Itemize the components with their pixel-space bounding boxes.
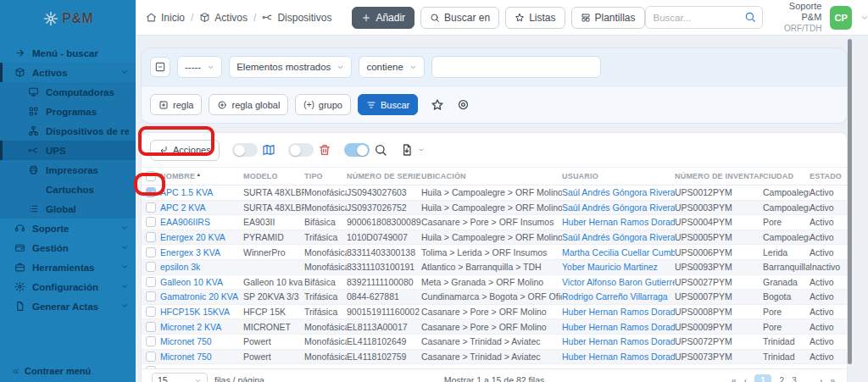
toggle-map[interactable]: [232, 143, 258, 157]
cell-user[interactable]: Huber Hernan Ramos Dorado: [562, 352, 675, 362]
page-dots[interactable]: «: [732, 375, 737, 382]
search-icon[interactable]: [744, 11, 756, 23]
listas-button[interactable]: Listas: [505, 7, 565, 29]
cell-name[interactable]: epsilon 3k: [160, 262, 243, 272]
row-checkbox[interactable]: [146, 247, 156, 257]
actions-button[interactable]: Acciones: [150, 140, 220, 161]
breadcrumb-item-inicio[interactable]: Inicio: [146, 12, 185, 24]
search-config-gear-icon[interactable]: [457, 98, 470, 111]
table-row[interactable]: Energex 3 KVAWinnerProMonofásica83311403…: [142, 245, 847, 260]
table-row[interactable]: Micronet 750PowertMonofásicaEL4118102649…: [142, 335, 847, 350]
criteria-select-3[interactable]: contiene: [359, 56, 424, 78]
page-3[interactable]: 3: [792, 375, 797, 382]
column-header-status[interactable]: ESTADO: [810, 172, 847, 180]
page-dots[interactable]: ›: [820, 375, 823, 382]
sidebar-item-impresoras[interactable]: Impresoras: [0, 160, 136, 180]
cell-user[interactable]: Yober Mauricio Martinez: [562, 262, 675, 272]
row-checkbox[interactable]: [146, 262, 156, 272]
cell-name[interactable]: Micronet 2 KVA: [160, 322, 243, 332]
criteria-value-input[interactable]: [431, 56, 601, 78]
cell-user[interactable]: Saúl Andrés Góngora Rivera: [562, 187, 675, 197]
row-checkbox[interactable]: [146, 307, 156, 317]
sidebar-item-menu-buscar[interactable]: Menú - buscar: [0, 43, 136, 63]
sidebar-item-computadoras[interactable]: Computadoras: [0, 82, 136, 102]
criteria-select-1[interactable]: -----: [177, 56, 222, 78]
page-2[interactable]: 2: [779, 375, 784, 382]
table-row[interactable]: Micronet 2 KVAMICRONETMonofásicaEL8113A0…: [142, 319, 847, 335]
page-1[interactable]: 1: [754, 374, 771, 382]
vertical-scrollbar[interactable]: [848, 39, 852, 364]
toggle-search[interactable]: [344, 143, 370, 157]
collapse-criteria-button[interactable]: [150, 57, 170, 77]
cell-user[interactable]: Martha Cecilia Cuellar Cumbre: [562, 247, 675, 257]
sidebar-item-gestion[interactable]: Gestión: [0, 238, 136, 257]
add-regla-global-button[interactable]: regla global: [209, 94, 288, 115]
row-checkbox[interactable]: [146, 322, 156, 332]
column-header-inventory[interactable]: NÚMERO DE INVENTARIO: [675, 172, 763, 180]
cell-user[interactable]: Huber Hernan Ramos Dorado: [562, 322, 675, 332]
add-grupo-button[interactable]: (+)grupo: [295, 94, 351, 115]
table-row[interactable]: APC 2 KVASURTA 48XLBPMonofásicaJS0937026…: [142, 201, 847, 216]
breadcrumb-item-dispositivos[interactable]: Dispositivos: [262, 12, 331, 24]
cell-user[interactable]: Rodrigo Carreño Villarraga: [562, 291, 675, 302]
cell-user[interactable]: Huber Hernan Ramos Dorado: [562, 307, 675, 317]
sidebar-item-configuracion[interactable]: Configuración: [0, 277, 136, 296]
table-row[interactable]: APC 1.5 KVASURTA 48XLBPMonofásicaJS09430…: [142, 185, 847, 201]
export-file-icon[interactable]: [400, 143, 414, 157]
export-caret-icon[interactable]: [418, 147, 425, 153]
rows-per-page-select[interactable]: 15: [152, 373, 208, 382]
row-checkbox[interactable]: [146, 217, 156, 227]
sidebar-item-global[interactable]: Global: [0, 199, 136, 219]
cell-user[interactable]: Saúl Andrés Góngora Rivera: [562, 202, 675, 213]
sidebar-item-generar-actas[interactable]: Generar Actas: [0, 296, 136, 316]
table-row[interactable]: Micronet 750PowertMonofásicaEL4118102759…: [142, 350, 847, 365]
column-header-serial[interactable]: NÚMERO DE SERIE: [347, 172, 421, 180]
cell-user[interactable]: Huber Hernan Ramos Dorado: [562, 217, 675, 227]
search-submit-button[interactable]: Buscar: [358, 94, 418, 115]
table-row[interactable]: Gamatronic 20 KVASP 20KVA 3/3Trifásica08…: [142, 290, 847, 305]
avatar[interactable]: CP: [830, 6, 852, 30]
row-checkbox[interactable]: [146, 277, 156, 287]
row-checkbox[interactable]: [146, 291, 156, 302]
toggle-trash[interactable]: [288, 143, 314, 157]
bookmark-star-icon[interactable]: [431, 98, 444, 112]
row-checkbox[interactable]: [146, 336, 156, 346]
collapse-menu-button[interactable]: Contraer menú: [11, 366, 91, 376]
row-checkbox[interactable]: [146, 202, 156, 213]
sidebar-item-dispositivos-de-redes[interactable]: Dispositivos de redes: [0, 121, 136, 141]
table-row[interactable]: epsilon 3kMonofásica83311103100191Atlant…: [142, 260, 847, 275]
sidebar-item-programas[interactable]: Programas: [0, 102, 136, 121]
table-row[interactable]: Galleon 10 KVAGalleon 10 kvaBifásica8392…: [142, 275, 847, 291]
sidebar-item-soporte[interactable]: Soporte: [0, 219, 136, 238]
cell-user[interactable]: Saúl Andrés Góngora Rivera: [562, 232, 675, 242]
sidebar-item-cartuchos[interactable]: Cartuchos: [0, 180, 136, 199]
sidebar-item-herramientas[interactable]: Herramientas: [0, 257, 136, 277]
cell-name[interactable]: APC 1.5 KVA: [160, 187, 243, 197]
row-checkbox[interactable]: [146, 187, 156, 197]
table-row[interactable]: EAA906IIRSEA903IIBifásica900061808300089…: [142, 215, 847, 230]
column-header-location[interactable]: UBICACIÓN: [421, 172, 562, 180]
cell-user[interactable]: Huber Hernan Ramos Dorado: [562, 336, 675, 346]
buscar-en-button[interactable]: Buscar en: [420, 7, 499, 29]
cell-name[interactable]: HFCP15K 15KVA: [160, 307, 243, 317]
add-regla-button[interactable]: regla: [150, 94, 202, 115]
plantillas-button[interactable]: Plantillas: [571, 7, 645, 29]
sidebar-item-ups[interactable]: UPS: [0, 141, 136, 160]
cell-name[interactable]: Energex 3 KVA: [160, 247, 243, 257]
page-dots[interactable]: »: [830, 375, 835, 382]
table-row[interactable]: HFCP15K 15KVAHFCP 15KTrifásica9001519111…: [142, 305, 847, 320]
anadir-button[interactable]: Añadir: [352, 7, 415, 29]
sidebar-item-activos[interactable]: Activos: [0, 63, 136, 82]
cell-name[interactable]: Galleon 10 KVA: [160, 277, 243, 287]
column-header-city[interactable]: CIUDAD: [763, 172, 810, 180]
cell-user[interactable]: Victor Alfonso Baron Gutierrez: [562, 277, 675, 287]
column-header-user[interactable]: USUARIO: [562, 172, 675, 180]
page-dots[interactable]: ‹: [744, 375, 748, 382]
user-menu-chevron-icon[interactable]: [860, 14, 868, 22]
criteria-select-2[interactable]: Elementos mostrados: [229, 56, 352, 78]
cell-name[interactable]: Micronet 750: [160, 336, 243, 346]
page-dots[interactable]: ...: [804, 375, 812, 382]
cell-name[interactable]: Energex 20 KVA: [160, 232, 243, 242]
cell-name[interactable]: Micronet 750: [160, 352, 243, 362]
cell-name[interactable]: Gamatronic 20 KVA: [160, 291, 243, 302]
